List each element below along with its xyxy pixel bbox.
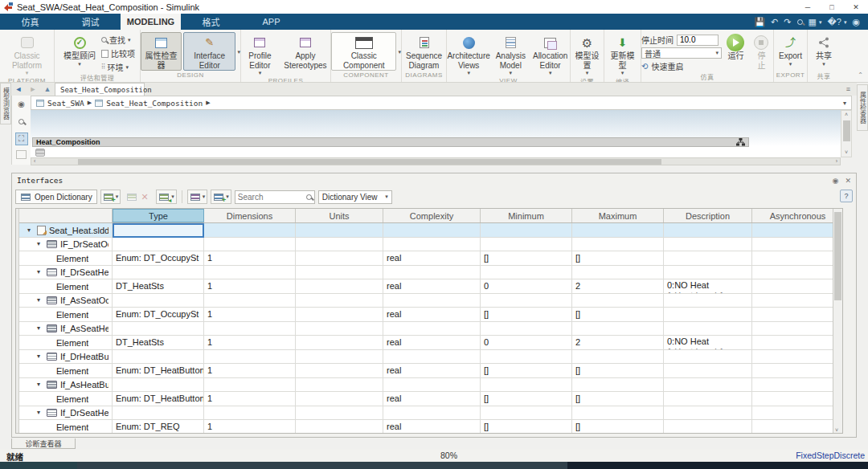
table-row[interactable]: ▾IF_DrSeatOccup — [19, 238, 843, 252]
cell-dimensions[interactable] — [204, 223, 296, 238]
table-row[interactable]: ElementEnum: DT_REQ1real[][] — [19, 420, 843, 434]
cell-complexity[interactable]: real — [383, 392, 481, 406]
cell-asynchronous[interactable] — [752, 294, 843, 308]
cell-complexity[interactable] — [383, 294, 481, 308]
cell-type[interactable] — [113, 266, 204, 280]
save-icon[interactable]: 💾 — [754, 18, 765, 27]
cell-maximum[interactable]: [] — [572, 308, 664, 322]
help-caret-icon[interactable]: ▾ — [844, 19, 847, 25]
capture-icon[interactable]: ▦ — [809, 18, 817, 27]
cell-description[interactable] — [664, 266, 752, 280]
property-inspector-side-tab[interactable]: 属性检查器 — [857, 84, 868, 131]
cell-type[interactable]: Enum: DT_OccupySt — [113, 308, 204, 322]
zoom-icon[interactable] — [15, 115, 28, 128]
environment-button[interactable]: ⫶⫶环境▾ — [101, 61, 135, 73]
search-box[interactable] — [235, 190, 315, 204]
cell-minimum[interactable] — [481, 238, 572, 252]
tab-format[interactable]: 格式 — [181, 14, 241, 30]
run-button[interactable]: 运行 — [723, 32, 748, 62]
column-header-maximum[interactable]: Maximum — [572, 209, 664, 222]
expand-collapse-icon[interactable]: ▾ — [37, 295, 43, 306]
table-row[interactable]: ▾If_DrHeatButtonSt — [19, 350, 843, 365]
cell-complexity[interactable] — [383, 406, 481, 421]
cell-minimum[interactable] — [481, 378, 572, 393]
analysis-model-button[interactable]: Analysis Model▾ — [492, 32, 529, 77]
help-icon[interactable]: �? — [827, 18, 841, 27]
cell-maximum[interactable] — [572, 322, 664, 336]
tree-cell[interactable]: ▾Seat_Heat.sldd — [19, 223, 113, 238]
filter-caret-icon[interactable]: ▾ — [203, 194, 206, 200]
expand-collapse-icon[interactable]: ▾ — [37, 239, 43, 250]
minimize-button[interactable]: ─ — [796, 0, 820, 14]
cell-complexity[interactable] — [383, 350, 481, 365]
cell-complexity[interactable]: real — [383, 364, 481, 378]
block-icon[interactable] — [35, 149, 45, 157]
column-header-units[interactable]: Units — [296, 209, 383, 222]
column-header-description[interactable]: Description — [664, 209, 752, 222]
scroll-down-icon[interactable]: ˅ — [845, 149, 848, 155]
tree-cell[interactable]: ▾IF_DrSeatOccup — [19, 238, 113, 252]
cell-asynchronous[interactable] — [752, 251, 843, 266]
column-header-complexity[interactable]: Complexity — [383, 209, 481, 222]
tree-cell[interactable]: Element — [19, 251, 113, 266]
scroll-up-icon[interactable]: ˄ — [845, 112, 848, 117]
maximize-button[interactable]: □ — [820, 0, 844, 14]
cell-description[interactable] — [664, 364, 752, 378]
cell-complexity[interactable]: real — [383, 336, 481, 350]
tree-cell[interactable]: Element — [19, 336, 113, 350]
expand-collapse-icon[interactable]: ▾ — [37, 351, 43, 362]
column-header-asynchronous[interactable]: Asynchronous — [752, 209, 843, 222]
cell-description[interactable]: 0:NO Heat1:Heat Level 1 — [664, 336, 752, 350]
cell-minimum[interactable]: 0 — [481, 279, 572, 294]
cell-asynchronous[interactable] — [752, 223, 843, 238]
cell-units[interactable] — [296, 364, 383, 378]
classic-component-button[interactable]: Classic Component — [331, 32, 396, 71]
cell-description[interactable] — [664, 378, 752, 393]
cell-units[interactable] — [296, 420, 383, 434]
cell-units[interactable] — [296, 251, 383, 266]
cell-maximum[interactable] — [572, 223, 664, 238]
cell-asynchronous[interactable] — [752, 364, 843, 378]
ribbon-collapse-icon[interactable]: ⌃ — [858, 71, 863, 79]
design-caret-icon[interactable]: ▾ — [237, 49, 240, 55]
cell-description[interactable] — [664, 238, 752, 252]
cell-minimum[interactable]: [] — [481, 420, 572, 434]
cell-dimensions[interactable]: 1 — [204, 364, 296, 378]
cell-maximum[interactable] — [572, 294, 664, 308]
cell-dimensions[interactable] — [204, 378, 296, 393]
filter-profile-icon[interactable] — [190, 191, 201, 202]
scroll-left-icon[interactable]: ‹ — [34, 158, 35, 164]
interface-editor-button[interactable]: ✎ Interface Editor — [183, 32, 236, 71]
profile-editor-button[interactable]: Profile Editor▾ — [241, 32, 279, 77]
cell-maximum[interactable]: 2 — [572, 336, 664, 350]
expand-collapse-icon[interactable]: ▾ — [37, 267, 43, 278]
cell-type[interactable] — [113, 406, 204, 421]
cell-type[interactable]: Enum: DT_REQ — [113, 420, 204, 434]
model-canvas[interactable]: Heat_Composition — [31, 110, 841, 157]
table-row[interactable]: ElementEnum: DT_OccupySt1real[][] — [19, 308, 843, 322]
taskbar-app-segment[interactable] — [77, 462, 567, 469]
cell-complexity[interactable]: real — [383, 308, 481, 322]
tree-cell[interactable]: Element — [19, 308, 113, 322]
cell-minimum[interactable]: 0 — [481, 336, 572, 350]
sequence-diagram-button[interactable]: Sequence Diagram — [402, 32, 446, 71]
cell-dimensions[interactable] — [204, 266, 296, 280]
cell-type[interactable] — [113, 322, 204, 336]
tree-cell[interactable]: ▾If_AsHeatButtonSt — [19, 378, 113, 393]
stop-button[interactable]: 停止 — [750, 32, 773, 71]
cell-dimensions[interactable] — [204, 238, 296, 252]
update-model-button[interactable]: ⬇ 更新模型▾ — [604, 32, 641, 77]
add-interface-icon[interactable] — [103, 191, 114, 202]
cell-asynchronous[interactable] — [752, 238, 843, 252]
cell-dimensions[interactable]: 1 — [204, 392, 296, 406]
cell-minimum[interactable]: [] — [481, 392, 572, 406]
cell-maximum[interactable] — [572, 238, 664, 252]
allocation-editor-button[interactable]: Allocation Editor▾ — [530, 32, 570, 77]
cell-maximum[interactable] — [572, 406, 664, 421]
component-caret-icon[interactable]: ▾ — [398, 49, 401, 55]
taskbar-start-segment[interactable] — [0, 462, 77, 469]
cell-maximum[interactable] — [572, 350, 664, 365]
cell-complexity[interactable]: real — [383, 420, 481, 434]
cell-minimum[interactable] — [481, 266, 572, 280]
tree-cell[interactable]: ▾If_DrHeatButtonSt — [19, 350, 113, 365]
